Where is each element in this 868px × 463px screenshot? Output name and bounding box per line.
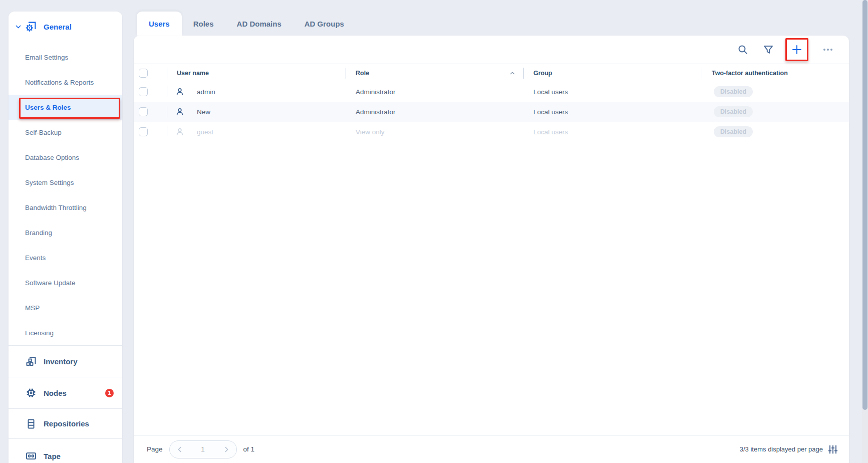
- user-role: Administrator: [346, 88, 523, 96]
- inventory-icon: [25, 355, 37, 367]
- select-all-checkbox[interactable]: [139, 69, 148, 78]
- tab-bar: Users Roles AD Domains AD Groups: [137, 12, 356, 36]
- user-role: View only: [346, 128, 523, 136]
- sidebar-item-repositories[interactable]: Repositories: [9, 408, 122, 438]
- more-options-icon[interactable]: [822, 44, 834, 56]
- table-row-admin[interactable]: admin Administrator Local users Disabled: [134, 82, 849, 102]
- sidebar-item-email-settings[interactable]: Email Settings: [9, 45, 122, 70]
- table-row-guest[interactable]: guest View only Local users Disabled: [134, 122, 849, 142]
- column-header-user-name[interactable]: User name: [167, 64, 346, 82]
- current-page-number: 1: [201, 445, 205, 453]
- nodes-notification-badge: 1: [105, 389, 114, 397]
- table-header: User name Role Group Two-factor authenti…: [134, 64, 849, 82]
- toolbar: [134, 36, 849, 64]
- page-scrollbar: [862, 0, 868, 463]
- user-group: Local users: [523, 88, 702, 96]
- tab-ad-domains[interactable]: AD Domains: [225, 12, 293, 36]
- sidebar-item-database-options[interactable]: Database Options: [9, 145, 122, 170]
- user-name: New: [197, 108, 210, 116]
- user-icon: [175, 107, 185, 117]
- sidebar-item-events[interactable]: Events: [9, 245, 122, 270]
- sidebar-item-msp[interactable]: MSP: [9, 295, 122, 320]
- sidebar-item-branding[interactable]: Branding: [9, 220, 122, 245]
- pagination: Page 1 of 1: [147, 440, 254, 458]
- page-selector: 1: [169, 440, 237, 458]
- column-header-role[interactable]: Role: [346, 64, 523, 82]
- items-per-page: 3/3 items displayed per page: [740, 444, 838, 454]
- user-group: Local users: [523, 108, 702, 116]
- tape-icon: [25, 450, 37, 462]
- sidebar-item-system-settings[interactable]: System Settings: [9, 170, 122, 195]
- annotation-box-add-button: [785, 38, 808, 61]
- tab-users[interactable]: Users: [137, 12, 182, 36]
- table-row-new[interactable]: New Administrator Local users Disabled: [134, 102, 849, 122]
- repositories-icon: [25, 418, 37, 430]
- nodes-icon: [25, 387, 37, 399]
- sidebar-item-users-roles[interactable]: Users & Roles: [9, 95, 122, 120]
- tab-roles[interactable]: Roles: [182, 12, 225, 36]
- sidebar-item-licensing[interactable]: Licensing: [9, 320, 122, 345]
- sidebar-item-software-update[interactable]: Software Update: [9, 270, 122, 295]
- filter-icon[interactable]: [762, 44, 774, 56]
- user-name: admin: [197, 88, 215, 96]
- general-settings-icon: [25, 21, 37, 33]
- user-role: Administrator: [346, 108, 523, 116]
- row-checkbox[interactable]: [139, 127, 148, 136]
- column-header-group[interactable]: Group: [523, 64, 702, 82]
- sidebar-item-label: Tape: [44, 452, 61, 460]
- sidebar-section-general[interactable]: General: [9, 12, 122, 42]
- sidebar-sections: Inventory Nodes 1 Repositories: [9, 345, 122, 463]
- two-factor-status-badge: Disabled: [714, 126, 753, 137]
- user-name: guest: [197, 128, 213, 136]
- items-summary: 3/3 items displayed per page: [740, 445, 823, 453]
- previous-page-icon[interactable]: [176, 446, 183, 453]
- tab-ad-groups[interactable]: AD Groups: [293, 12, 356, 36]
- users-panel: User name Role Group Two-factor authenti…: [134, 36, 849, 463]
- sidebar-item-notifications-reports[interactable]: Notifications & Reports: [9, 70, 122, 95]
- search-icon[interactable]: [737, 44, 749, 56]
- sidebar-item-nodes[interactable]: Nodes 1: [9, 377, 122, 408]
- row-checkbox[interactable]: [139, 87, 148, 96]
- total-pages-label: of 1: [243, 445, 255, 453]
- sidebar-item-label: Repositories: [44, 419, 89, 428]
- user-icon: [175, 87, 185, 97]
- sidebar-item-bandwidth-throttling[interactable]: Bandwidth Throttling: [9, 195, 122, 220]
- column-header-two-factor[interactable]: Two-factor authentication: [702, 64, 849, 82]
- next-page-icon[interactable]: [223, 446, 230, 453]
- scrollbar-thumb[interactable]: [862, 0, 867, 410]
- sidebar-item-self-backup[interactable]: Self-Backup: [9, 120, 122, 145]
- two-factor-status-badge: Disabled: [714, 86, 753, 97]
- sidebar-general-subitems: Email Settings Notifications & Reports U…: [9, 45, 122, 345]
- sidebar-item-tape[interactable]: Tape: [9, 438, 122, 463]
- page-label: Page: [147, 445, 163, 453]
- app-root: General Email Settings Notifications & R…: [0, 0, 868, 463]
- two-factor-status-badge: Disabled: [714, 106, 753, 117]
- sidebar-item-label: Nodes: [44, 389, 67, 397]
- sidebar-item-inventory[interactable]: Inventory: [9, 345, 122, 377]
- page-size-settings-icon[interactable]: [828, 444, 838, 454]
- sidebar: General Email Settings Notifications & R…: [9, 12, 122, 463]
- chevron-down-icon: [15, 24, 22, 30]
- table-footer: Page 1 of 1 3/3 items displayed per page: [134, 435, 849, 463]
- user-icon: [175, 127, 185, 137]
- sidebar-item-label: Inventory: [44, 357, 78, 366]
- table-body: admin Administrator Local users Disabled…: [134, 82, 849, 142]
- sidebar-general-label: General: [44, 23, 72, 31]
- add-user-icon[interactable]: [791, 44, 803, 56]
- row-checkbox[interactable]: [139, 107, 148, 116]
- select-all-cell: [134, 64, 167, 82]
- user-group: Local users: [523, 128, 702, 136]
- sort-ascending-icon: [509, 70, 515, 76]
